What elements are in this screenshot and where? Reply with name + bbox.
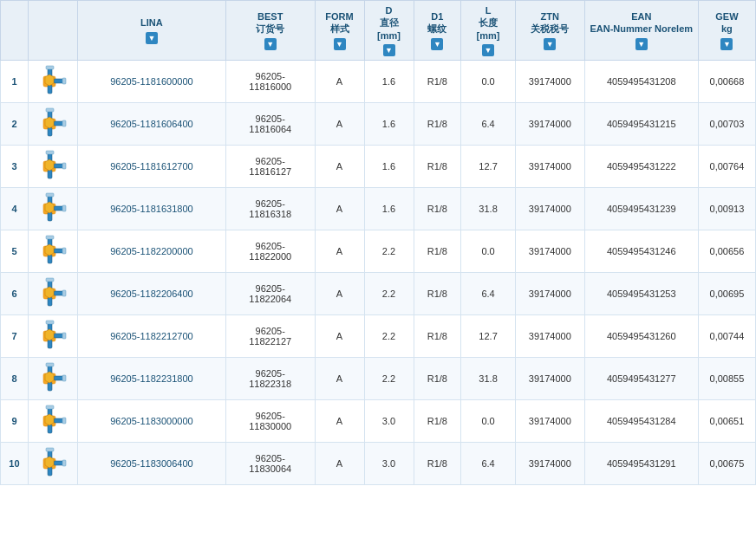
product-image-cell — [28, 442, 77, 484]
l-value: 6.4 — [461, 442, 516, 484]
ztn-value: 39174000 — [515, 102, 584, 145]
l-value: 31.8 — [461, 357, 516, 399]
lina-filter-icon[interactable]: ▼ — [146, 32, 158, 44]
svg-rect-12 — [62, 120, 66, 126]
ztn-value: 39174000 — [515, 399, 584, 442]
col-l: L 长度 [mm] ▼ — [461, 1, 516, 61]
header-row: LINA ▼ BEST 订货号 ▼ FORM — [1, 1, 756, 61]
product-icon — [31, 64, 75, 99]
lina-value: 96205-1181612700 — [77, 145, 225, 187]
d1-value: R1/8 — [414, 442, 461, 484]
d-value: 1.6 — [364, 187, 414, 230]
table-row: 8 96205-1182231800 96205-11822318 A 2.2 … — [1, 357, 756, 399]
product-icon — [31, 149, 75, 184]
ean-value: 4059495431260 — [584, 314, 698, 357]
ztn-value: 39174000 — [515, 230, 584, 272]
gew-value: 0,00744 — [698, 314, 755, 357]
best-value: 96205-11822000 — [225, 230, 315, 272]
svg-marker-27 — [45, 202, 54, 213]
d1-value: R1/8 — [414, 230, 461, 272]
d1-value: R1/8 — [414, 60, 461, 102]
svg-rect-58 — [48, 425, 52, 433]
best-value: 96205-11822064 — [225, 272, 315, 314]
svg-marker-69 — [45, 457, 54, 468]
ztn-value: 39174000 — [515, 60, 584, 102]
svg-rect-40 — [62, 290, 66, 296]
product-icon — [31, 319, 75, 353]
table-row: 6 96205-1182206400 96205-11822064 A 2.2 … — [1, 272, 756, 314]
d1-value: R1/8 — [414, 399, 461, 442]
lina-value: 96205-1181600000 — [77, 60, 225, 102]
svg-marker-48 — [45, 329, 54, 340]
l-filter-icon[interactable]: ▼ — [482, 44, 494, 56]
svg-rect-25 — [46, 193, 54, 197]
d-filter-icon[interactable]: ▼ — [383, 44, 395, 56]
row-number: 3 — [1, 145, 29, 187]
svg-rect-4 — [46, 66, 54, 69]
col-num — [1, 1, 29, 61]
best-value: 96205-11822318 — [225, 357, 315, 399]
best-value: 96205-11816127 — [225, 145, 315, 187]
svg-rect-33 — [62, 248, 66, 254]
ean-value: 4059495431277 — [584, 357, 698, 399]
col-d: D 直径 [mm] ▼ — [364, 1, 414, 61]
ean-value: 4059495431208 — [584, 60, 698, 102]
product-icon — [31, 361, 75, 396]
gew-value: 0,00703 — [698, 102, 755, 145]
col-img — [28, 1, 77, 61]
svg-rect-9 — [48, 127, 52, 136]
d1-filter-icon[interactable]: ▼ — [431, 38, 443, 50]
svg-marker-34 — [45, 244, 54, 256]
svg-marker-6 — [45, 75, 54, 86]
d-value: 1.6 — [364, 145, 414, 187]
d1-value: R1/8 — [414, 314, 461, 357]
row-number: 6 — [1, 272, 29, 314]
ztn-filter-icon[interactable]: ▼ — [544, 38, 556, 50]
svg-rect-23 — [48, 212, 52, 221]
gew-value: 0,00913 — [698, 187, 755, 230]
form-value: A — [315, 60, 364, 102]
table-row: 4 96205-1181631800 96205-11816318 A 1.6 … — [1, 187, 756, 230]
l-value: 0.0 — [461, 60, 516, 102]
product-image-cell — [28, 357, 77, 399]
best-value: 96205-11822127 — [225, 314, 315, 357]
lina-value: 96205-1182206400 — [77, 272, 225, 314]
col-ztn: ZTN 关税税号 ▼ — [515, 1, 584, 61]
col-lina: LINA ▼ — [77, 1, 225, 61]
best-value: 96205-11816000 — [225, 60, 315, 102]
svg-rect-16 — [48, 170, 52, 178]
table-row: 3 96205-1181612700 96205-11816127 A 1.6 … — [1, 145, 756, 187]
ean-value: 4059495431253 — [584, 272, 698, 314]
form-filter-icon[interactable]: ▼ — [334, 38, 346, 50]
lina-value: 96205-1182200000 — [77, 230, 225, 272]
form-value: A — [315, 314, 364, 357]
form-value: A — [315, 145, 364, 187]
main-table-container: LINA ▼ BEST 订货号 ▼ FORM — [0, 0, 756, 485]
d-value: 2.2 — [364, 272, 414, 314]
l-value: 12.7 — [461, 314, 516, 357]
row-number: 2 — [1, 102, 29, 145]
ztn-value: 39174000 — [515, 442, 584, 484]
product-image-cell — [28, 399, 77, 442]
form-value: A — [315, 272, 364, 314]
gew-value: 0,00668 — [698, 60, 755, 102]
ztn-value: 39174000 — [515, 357, 584, 399]
ean-value: 4059495431291 — [584, 442, 698, 484]
gew-value: 0,00675 — [698, 442, 755, 484]
ztn-value: 39174000 — [515, 187, 584, 230]
svg-rect-65 — [48, 467, 52, 476]
gew-value: 0,00695 — [698, 272, 755, 314]
ean-filter-icon[interactable]: ▼ — [635, 38, 648, 50]
gew-filter-icon[interactable]: ▼ — [720, 38, 733, 50]
best-filter-icon[interactable]: ▼ — [264, 38, 277, 50]
ean-value: 4059495431284 — [584, 399, 698, 442]
gew-value: 0,00855 — [698, 357, 755, 399]
product-image-cell — [28, 102, 77, 145]
d1-value: R1/8 — [414, 145, 461, 187]
svg-rect-32 — [46, 236, 54, 239]
col-d1: D1 螺纹 ▼ — [414, 1, 461, 61]
d-value: 1.6 — [364, 60, 414, 102]
svg-rect-60 — [46, 405, 54, 409]
svg-marker-13 — [45, 117, 54, 128]
product-icon — [31, 404, 75, 438]
